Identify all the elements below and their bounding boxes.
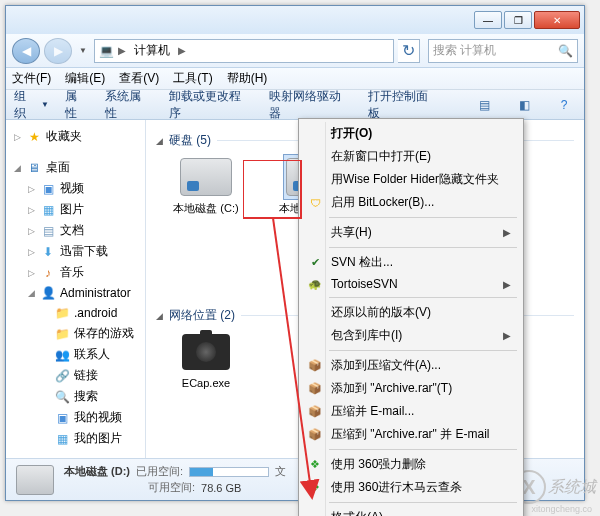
contacts-icon: 👥 bbox=[54, 347, 70, 363]
context-menu-item[interactable]: ✔SVN 检出... bbox=[301, 251, 521, 274]
toolbar-mapdrive[interactable]: 映射网络驱动器 bbox=[269, 88, 353, 122]
status-info: 本地磁盘 (D:) 已用空间: 文 可用空间: 78.6 GB bbox=[64, 464, 286, 495]
context-menu-item[interactable]: 🛡启用 BitLocker(B)... bbox=[301, 191, 521, 214]
360-icon: ❖ bbox=[307, 457, 323, 473]
context-menu-item[interactable]: ❖使用 360强力删除 bbox=[301, 453, 521, 476]
user-icon: 👤 bbox=[40, 285, 56, 301]
sidebar-favorites[interactable]: ▷★收藏夹 bbox=[8, 126, 143, 147]
menu-view[interactable]: 查看(V) bbox=[119, 70, 159, 87]
sidebar-user-child[interactable]: 👥联系人 bbox=[8, 344, 143, 365]
toolbar-sysprops[interactable]: 系统属性 bbox=[105, 88, 153, 122]
preview-pane-button[interactable]: ◧ bbox=[512, 94, 536, 116]
free-space-value: 78.6 GB bbox=[201, 482, 241, 494]
sidebar-user-child[interactable]: ▦我的图片 bbox=[8, 428, 143, 449]
menu-tools[interactable]: 工具(T) bbox=[173, 70, 212, 87]
context-menu-item[interactable]: 📦压缩并 E-mail... bbox=[301, 400, 521, 423]
music-icon: ♪ bbox=[40, 265, 56, 281]
toolbar-uninstall[interactable]: 卸载或更改程序 bbox=[169, 88, 253, 122]
nav-forward-button[interactable]: ▶ bbox=[44, 38, 72, 64]
svn-icon: ✔ bbox=[307, 255, 323, 271]
toolbar-organize[interactable]: 组织▼ bbox=[14, 88, 49, 122]
sidebar-user-child[interactable]: 📁.android bbox=[8, 303, 143, 323]
help-button[interactable]: ? bbox=[552, 94, 576, 116]
sidebar-user[interactable]: ◢👤Administrator bbox=[8, 283, 143, 303]
drive-item-c[interactable]: 本地磁盘 (C:) bbox=[164, 155, 248, 215]
search-box[interactable]: 搜索 计算机 🔍 bbox=[428, 39, 578, 63]
used-space-bar bbox=[189, 467, 269, 477]
context-menu-item[interactable]: 包含到库中(I)▶ bbox=[301, 324, 521, 347]
sidebar-pictures[interactable]: ▷▦图片 bbox=[8, 199, 143, 220]
video-icon: ▣ bbox=[40, 181, 56, 197]
network-item-ecap[interactable]: ECap.exe bbox=[164, 330, 248, 390]
context-menu-item[interactable]: 在新窗口中打开(E) bbox=[301, 145, 521, 168]
menu-edit[interactable]: 编辑(E) bbox=[65, 70, 105, 87]
toolbar: 组织▼ 属性 系统属性 卸载或更改程序 映射网络驱动器 打开控制面板 ▤ ◧ ? bbox=[6, 90, 584, 120]
rar-icon: 📦 bbox=[307, 358, 323, 374]
search-icon: 🔍 bbox=[558, 44, 573, 58]
watermark: X 系统城 xitongcheng.co bbox=[512, 470, 596, 504]
chevron-down-icon: ◢ bbox=[156, 136, 163, 146]
context-menu-item[interactable]: 用Wise Folder Hider隐藏文件夹 bbox=[301, 168, 521, 191]
sidebar-desktop[interactable]: ◢🖥桌面 bbox=[8, 157, 143, 178]
maximize-icon: ❐ bbox=[514, 15, 523, 26]
nav-back-button[interactable]: ◀ bbox=[12, 38, 40, 64]
context-menu-item[interactable]: 打开(O) bbox=[301, 122, 521, 145]
context-menu-item[interactable]: 共享(H)▶ bbox=[301, 221, 521, 244]
menu-file[interactable]: 文件(F) bbox=[12, 70, 51, 87]
view-mode-button[interactable]: ▤ bbox=[472, 94, 496, 116]
desktop-icon: 🖥 bbox=[26, 160, 42, 176]
maximize-button[interactable]: ❐ bbox=[504, 11, 532, 29]
chevron-down-icon: ▼ bbox=[41, 100, 49, 109]
close-button[interactable]: ✕ bbox=[534, 11, 580, 29]
toolbar-properties[interactable]: 属性 bbox=[65, 88, 89, 122]
camera-icon bbox=[182, 334, 230, 370]
fs-label: 文 bbox=[275, 464, 286, 479]
refresh-icon: ↻ bbox=[402, 41, 415, 60]
address-bar[interactable]: 💻 ▶ 计算机 ▶ bbox=[94, 39, 394, 63]
rar-icon: 📦 bbox=[307, 404, 323, 420]
sidebar-user-child[interactable]: ▣我的视频 bbox=[8, 407, 143, 428]
sidebar-user-child[interactable]: 🔗链接 bbox=[8, 365, 143, 386]
picture-icon: ▦ bbox=[40, 202, 56, 218]
360-icon: ❖ bbox=[307, 480, 323, 496]
shield-icon: 🛡 bbox=[307, 195, 323, 211]
close-icon: ✕ bbox=[553, 15, 561, 26]
breadcrumb-sep: ▶ bbox=[178, 45, 186, 56]
sidebar-downloads[interactable]: ▷⬇迅雷下载 bbox=[8, 241, 143, 262]
context-menu-item[interactable]: 格式化(A)... bbox=[301, 506, 521, 516]
context-menu-item[interactable]: 📦添加到压缩文件(A)... bbox=[301, 354, 521, 377]
context-menu-item[interactable]: ❖使用 360进行木马云查杀 bbox=[301, 476, 521, 499]
sidebar-documents[interactable]: ▷▤文档 bbox=[8, 220, 143, 241]
computer-icon: 💻 bbox=[99, 44, 114, 58]
breadcrumb-computer[interactable]: 计算机 bbox=[130, 42, 174, 59]
refresh-button[interactable]: ↻ bbox=[398, 39, 420, 63]
context-menu[interactable]: 打开(O)在新窗口中打开(E)用Wise Folder Hider隐藏文件夹🛡启… bbox=[298, 118, 524, 516]
chevron-down-icon: ◢ bbox=[156, 311, 163, 321]
context-menu-separator bbox=[329, 217, 517, 218]
search-folder-icon: 🔍 bbox=[54, 389, 70, 405]
tort-icon: 🐢 bbox=[307, 276, 323, 292]
nav-history-dropdown[interactable]: ▼ bbox=[76, 38, 90, 64]
status-title: 本地磁盘 (D:) bbox=[64, 464, 130, 479]
folder-icon: 📁 bbox=[54, 326, 70, 342]
sidebar-music[interactable]: ▷♪音乐 bbox=[8, 262, 143, 283]
document-icon: ▤ bbox=[40, 223, 56, 239]
sidebar-user-child[interactable]: 🔍搜索 bbox=[8, 386, 143, 407]
context-menu-item[interactable]: 还原以前的版本(V) bbox=[301, 301, 521, 324]
rar-icon: 📦 bbox=[307, 381, 323, 397]
sidebar: ▷★收藏夹 ◢🖥桌面 ▷▣视频 ▷▦图片 ▷▤文档 ▷⬇迅雷下载 ▷♪音乐 ◢👤… bbox=[6, 120, 146, 458]
context-menu-separator bbox=[329, 449, 517, 450]
context-menu-separator bbox=[329, 297, 517, 298]
sidebar-videos[interactable]: ▷▣视频 bbox=[8, 178, 143, 199]
toolbar-ctrlpanel[interactable]: 打开控制面板 bbox=[368, 88, 440, 122]
star-icon: ★ bbox=[26, 129, 42, 145]
context-menu-item[interactable]: 🐢TortoiseSVN▶ bbox=[301, 274, 521, 294]
minimize-button[interactable]: — bbox=[474, 11, 502, 29]
context-menu-item[interactable]: 📦压缩到 "Archive.rar" 并 E-mail bbox=[301, 423, 521, 446]
context-menu-separator bbox=[329, 247, 517, 248]
menu-help[interactable]: 帮助(H) bbox=[227, 70, 268, 87]
sidebar-user-child[interactable]: 📁保存的游戏 bbox=[8, 323, 143, 344]
context-menu-item[interactable]: 📦添加到 "Archive.rar"(T) bbox=[301, 377, 521, 400]
used-space-label: 已用空间: bbox=[136, 464, 183, 479]
free-space-label: 可用空间: bbox=[148, 480, 195, 495]
